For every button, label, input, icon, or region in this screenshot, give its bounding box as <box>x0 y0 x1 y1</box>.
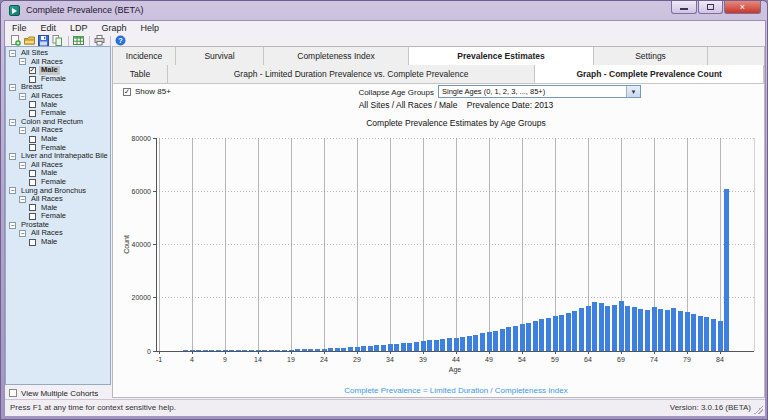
export-grid-icon[interactable] <box>72 35 85 47</box>
version-text: Version: 3.0.16 (BETA) <box>670 403 751 412</box>
svg-text:40000: 40000 <box>132 241 152 248</box>
bar-age-65 <box>592 302 597 352</box>
collapse-node-icon[interactable]: − <box>19 58 26 65</box>
cohort-tree: −All Sites−All Races✓MaleFemale−Breast−A… <box>6 47 110 247</box>
menu-graph[interactable]: Graph <box>95 22 134 34</box>
save-icon[interactable] <box>37 35 50 47</box>
svg-text:-1: -1 <box>156 356 162 363</box>
print-icon[interactable] <box>93 35 106 47</box>
show-85-plus-toggle[interactable]: ✓ Show 85+ <box>123 87 171 96</box>
tab-settings[interactable]: Settings <box>594 47 708 65</box>
subtab-graph-limited-duration-prevalence-vs-com[interactable]: Graph - Limited Duration Prevalence vs. … <box>168 65 535 83</box>
maximize-button[interactable] <box>698 1 723 14</box>
help-icon[interactable]: ? <box>114 35 127 47</box>
bar-age-35 <box>394 344 399 351</box>
menu-edit[interactable]: Edit <box>34 22 64 34</box>
tree-item-male[interactable]: Male <box>6 238 110 247</box>
tree-checkbox[interactable] <box>29 136 36 143</box>
new-file-icon[interactable] <box>9 35 22 47</box>
window-controls: × <box>670 1 761 14</box>
subtab-graph-complete-prevalence-count[interactable]: Graph - Complete Prevalence Count <box>535 65 764 83</box>
menu-file[interactable]: File <box>5 22 34 34</box>
bar-age-41 <box>434 340 439 351</box>
bar-age-46 <box>467 336 472 351</box>
bar-age-67 <box>605 306 610 351</box>
tree-checkbox[interactable] <box>29 101 36 108</box>
bar-age-40 <box>427 340 432 351</box>
tree-item-all-races[interactable]: −All Races <box>6 58 110 67</box>
collapse-node-icon[interactable]: − <box>9 222 16 229</box>
status-bar: Press F1 at any time for context sensiti… <box>5 399 765 416</box>
chevron-down-icon[interactable]: ▼ <box>626 86 640 97</box>
menu-bar: FileEditLDPGraphHelp <box>5 22 765 34</box>
tree-item-all-races[interactable]: −All Races <box>6 161 110 170</box>
collapse-age-groups-dropdown[interactable]: Single Ages (0, 1, 2, 3, ..., 85+) ▼ <box>438 85 641 98</box>
svg-text:64: 64 <box>584 356 592 363</box>
menu-help[interactable]: Help <box>134 22 167 34</box>
copy-icon[interactable] <box>51 35 64 47</box>
close-button[interactable]: × <box>724 1 761 14</box>
show-85-plus-checkbox[interactable]: ✓ <box>123 88 131 96</box>
tab-survival[interactable]: Survival <box>176 47 264 65</box>
collapse-node-icon[interactable]: − <box>9 187 16 194</box>
tree-item-all-races[interactable]: −All Races <box>6 126 110 135</box>
bar-age-44 <box>454 338 459 351</box>
tree-item-label: Female <box>39 75 68 84</box>
collapse-node-icon[interactable]: − <box>19 93 26 100</box>
view-multiple-cohorts-checkbox[interactable] <box>9 389 17 397</box>
svg-text:?: ? <box>118 36 123 45</box>
collapse-age-groups-value: Single Ages (0, 1, 2, 3, ..., 85+) <box>439 87 626 96</box>
collapse-node-icon[interactable]: − <box>19 230 26 237</box>
bar-age-58 <box>546 318 551 351</box>
tree-checkbox[interactable] <box>29 110 36 117</box>
status-help-text: Press F1 at any time for context sensiti… <box>10 403 176 412</box>
tree-item-all-races[interactable]: −All Races <box>6 229 110 238</box>
collapse-node-icon[interactable]: − <box>9 84 16 91</box>
tab-completeness-index[interactable]: Completeness Index <box>264 47 409 65</box>
bar-age-57 <box>539 319 544 351</box>
tree-checkbox[interactable] <box>29 204 36 211</box>
tree-checkbox[interactable]: ✓ <box>29 67 36 74</box>
bar-age-33 <box>381 345 386 351</box>
toolbar-separator <box>89 36 90 46</box>
tree-checkbox[interactable] <box>29 170 36 177</box>
bar-age-45 <box>460 337 465 351</box>
bar-age-83 <box>711 319 716 352</box>
bar-age-43 <box>447 338 452 351</box>
bar-age-32 <box>374 345 379 351</box>
svg-text:44: 44 <box>452 356 460 363</box>
bar-age-37 <box>407 343 412 351</box>
collapse-node-icon[interactable]: − <box>9 50 16 57</box>
menu-ldp[interactable]: LDP <box>63 22 95 34</box>
tree-item-all-races[interactable]: −All Races <box>6 92 110 101</box>
collapse-node-icon[interactable]: − <box>19 127 26 134</box>
toolbar-separator <box>110 36 111 46</box>
resize-grip[interactable] <box>754 405 763 414</box>
minimize-button[interactable] <box>671 1 697 14</box>
collapse-node-icon[interactable]: − <box>9 119 16 126</box>
tab-prevalence-estimates[interactable]: Prevalence Estimates <box>409 47 594 65</box>
tree-item-all-races[interactable]: −All Races <box>6 195 110 204</box>
bar-age-56 <box>533 321 538 351</box>
tab-incidence[interactable]: Incidence <box>113 47 176 65</box>
bar-age-48 <box>480 333 485 351</box>
bar-age-60 <box>559 315 564 352</box>
subtab-table[interactable]: Table <box>113 65 168 83</box>
svg-text:59: 59 <box>551 356 559 363</box>
collapse-node-icon[interactable]: − <box>19 162 26 169</box>
bar-age-54 <box>520 324 525 351</box>
chart-cohort-header: All Sites / All Races / Male Prevalence … <box>156 100 756 110</box>
view-multiple-cohorts[interactable]: View Multiple Cohorts <box>9 387 98 399</box>
bar-age-80 <box>691 314 696 351</box>
bar-age-70 <box>625 306 630 351</box>
collapse-node-icon[interactable]: − <box>19 196 26 203</box>
tree-checkbox[interactable] <box>29 179 36 186</box>
tab-filler <box>708 47 764 65</box>
toolbar-separator <box>68 36 69 46</box>
bar-age-59 <box>553 316 558 351</box>
tree-checkbox[interactable] <box>29 239 36 246</box>
collapse-node-icon[interactable]: − <box>9 153 16 160</box>
svg-text:29: 29 <box>353 356 361 363</box>
view-multiple-cohorts-label: View Multiple Cohorts <box>21 389 98 398</box>
open-folder-icon[interactable] <box>23 35 36 47</box>
